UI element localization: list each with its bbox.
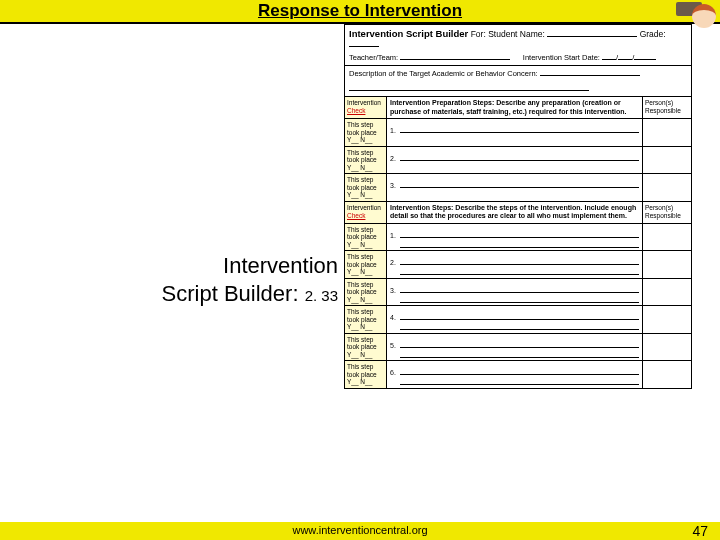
grade-blank xyxy=(349,40,379,47)
check-cell: This step took place Y__ N__ xyxy=(345,147,387,174)
desc-label: Description of the Target Academic or Be… xyxy=(349,69,538,78)
check-cell: This step took place Y__ N__ xyxy=(345,334,387,361)
step-row: This step took place Y__ N__ 6. xyxy=(345,361,691,389)
step-cell: 4. xyxy=(387,306,643,333)
steps-header: Intervention Steps: Describe the steps o… xyxy=(387,202,643,223)
teacher-blank xyxy=(400,53,510,60)
step-row: This step took place Y__ N__ 1. xyxy=(345,224,691,252)
desc-blank2 xyxy=(349,84,589,91)
student-label: Student Name: xyxy=(488,29,545,39)
step-cell: 6. xyxy=(387,361,643,388)
check-cell: This step took place Y__ N__ xyxy=(345,119,387,146)
form-title: Intervention Script Builder xyxy=(349,28,468,39)
form-header: Intervention Script Builder For: Student… xyxy=(345,25,691,66)
resp-header: Person(s) Responsible xyxy=(643,202,691,223)
caption-line1: Intervention xyxy=(68,252,338,280)
date-y-blank xyxy=(634,53,656,60)
form-title-row: Intervention Script Builder For: Student… xyxy=(349,28,687,49)
page-title: Response to Intervention xyxy=(258,1,462,20)
prep-section-header: Intervention Check Intervention Preparat… xyxy=(345,97,691,119)
resp-cell xyxy=(643,251,691,278)
prep-row: This step took place Y__ N__ 2. xyxy=(345,147,691,175)
startdate-label: Intervention Start Date: xyxy=(523,53,600,62)
step-cell: 3. xyxy=(387,174,643,201)
caption-line2: Script Builder: 2. 33 xyxy=(68,280,338,310)
avatar-icon xyxy=(676,0,716,30)
form-document: Intervention Script Builder For: Student… xyxy=(344,24,692,389)
step-row: This step took place Y__ N__ 2. xyxy=(345,251,691,279)
step-row: This step took place Y__ N__ 5. xyxy=(345,334,691,362)
grade-label: Grade: xyxy=(640,29,666,39)
step-cell: 5. xyxy=(387,334,643,361)
date-m-blank xyxy=(602,53,616,60)
check-cell: This step took place Y__ N__ xyxy=(345,306,387,333)
step-cell: 2. xyxy=(387,147,643,174)
step-row: This step took place Y__ N__ 4. xyxy=(345,306,691,334)
prep-row: This step took place Y__ N__ 1. xyxy=(345,119,691,147)
resp-cell xyxy=(643,306,691,333)
footer-bar: www.interventioncentral.org xyxy=(0,522,720,540)
resp-cell xyxy=(643,334,691,361)
check-cell: This step took place Y__ N__ xyxy=(345,224,387,251)
step-cell: 2. xyxy=(387,251,643,278)
student-name-blank xyxy=(547,30,637,37)
check-cell: This step took place Y__ N__ xyxy=(345,279,387,306)
check-header: Intervention Check xyxy=(345,97,387,118)
step-cell: 1. xyxy=(387,119,643,146)
form-row2: Teacher/Team: Intervention Start Date: /… xyxy=(349,53,687,62)
prep-header: Intervention Preparation Steps: Describe… xyxy=(387,97,643,118)
step-row: This step took place Y__ N__ 3. xyxy=(345,279,691,307)
step-cell: 1. xyxy=(387,224,643,251)
description-row: Description of the Target Academic or Be… xyxy=(345,66,691,97)
resp-header: Person(s) Responsible xyxy=(643,97,691,118)
steps-section-header: Intervention Check Intervention Steps: D… xyxy=(345,202,691,224)
check-cell: This step took place Y__ N__ xyxy=(345,174,387,201)
slide-caption: Intervention Script Builder: 2. 33 xyxy=(68,252,338,310)
for-label: For: xyxy=(471,29,486,39)
check-cell: This step took place Y__ N__ xyxy=(345,361,387,388)
step-cell: 3. xyxy=(387,279,643,306)
page-number: 47 xyxy=(692,523,708,539)
resp-cell xyxy=(643,174,691,201)
resp-cell xyxy=(643,119,691,146)
resp-cell xyxy=(643,361,691,388)
check-header: Intervention Check xyxy=(345,202,387,223)
title-bar: Response to Intervention xyxy=(0,0,720,24)
date-d-blank xyxy=(618,53,632,60)
desc-blank1 xyxy=(540,69,640,76)
check-cell: This step took place Y__ N__ xyxy=(345,251,387,278)
resp-cell xyxy=(643,147,691,174)
footer-url: www.interventioncentral.org xyxy=(292,524,427,536)
teacher-label: Teacher/Team: xyxy=(349,53,398,62)
resp-cell xyxy=(643,279,691,306)
resp-cell xyxy=(643,224,691,251)
prep-row: This step took place Y__ N__ 3. xyxy=(345,174,691,202)
